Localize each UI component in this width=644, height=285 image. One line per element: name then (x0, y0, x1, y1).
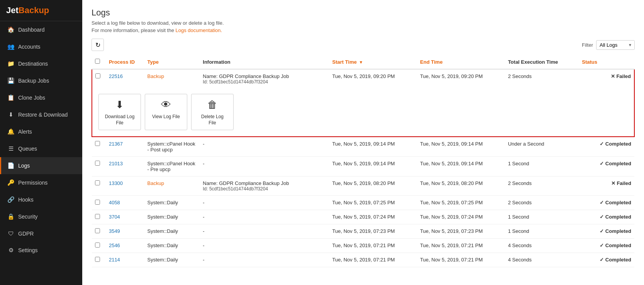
sidebar-item-hooks[interactable]: 🔗Hooks (0, 191, 82, 208)
table-row[interactable]: 22516 Backup Name: GDPR Compliance Backu… (92, 69, 634, 88)
row-start-time: Tue, Nov 5, 2019, 07:21 PM (329, 253, 417, 267)
row-status: ✓ Completed (579, 224, 634, 239)
nav-label-hooks: Hooks (18, 197, 34, 203)
table-row[interactable]: 2114 System::Daily - Tue, Nov 5, 2019, 0… (92, 253, 634, 267)
th-status[interactable]: Status (579, 55, 634, 69)
row-type: System::Daily (144, 239, 200, 253)
row-pid[interactable]: 22516 (106, 69, 144, 88)
row-checkbox[interactable] (95, 73, 100, 78)
row-end-time: Tue, Nov 5, 2019, 07:23 PM (417, 224, 505, 239)
row-checkbox[interactable] (95, 161, 100, 166)
sidebar-item-backup-jobs[interactable]: 💾Backup Jobs (0, 72, 82, 89)
content-area: Logs Select a log file below to download… (82, 0, 644, 285)
nav-icon-clone-jobs: 📋 (7, 94, 14, 101)
row-checkbox[interactable] (95, 214, 100, 219)
refresh-button[interactable]: ↻ (92, 39, 104, 51)
row-info-id: Id: 5cdf1bec51d14744db7f3204 (203, 186, 326, 192)
table-body: 22516 Backup Name: GDPR Compliance Backu… (92, 69, 634, 267)
row-checkbox[interactable] (95, 180, 100, 185)
nav-label-gdpr: GDPR (18, 231, 34, 237)
nav-icon-settings: ⚙ (7, 247, 14, 254)
table-row[interactable]: 4058 System::Daily - Tue, Nov 5, 2019, 0… (92, 196, 634, 210)
sidebar-item-clone-jobs[interactable]: 📋Clone Jobs (0, 89, 82, 106)
row-info-name: - (203, 243, 326, 248)
row-status: ✓ Completed (579, 196, 634, 210)
row-checkbox[interactable] (95, 141, 100, 146)
th-process-id[interactable]: Process ID (106, 55, 144, 69)
row-type: Backup (144, 69, 200, 88)
row-start-time: Tue, Nov 5, 2019, 07:25 PM (329, 196, 417, 210)
delete-log-btn[interactable]: 🗑Delete LogFile (191, 94, 234, 130)
row-checkbox[interactable] (95, 200, 100, 205)
row-pid[interactable]: 13300 (106, 176, 144, 196)
row-pid[interactable]: 21367 (106, 137, 144, 157)
nav-label-alerts: Alerts (18, 129, 32, 135)
row-exec-time: 4 Seconds (505, 253, 579, 267)
table-row[interactable]: 13300 Backup Name: GDPR Compliance Backu… (92, 176, 634, 196)
sidebar-item-settings[interactable]: ⚙Settings (0, 242, 82, 259)
filter-select[interactable]: All Logs Backup Restore Clone (596, 40, 635, 50)
sidebar-item-accounts[interactable]: 👥Accounts (0, 38, 82, 55)
row-pid[interactable]: 21013 (106, 157, 144, 176)
table-row[interactable]: 3549 System::Daily - Tue, Nov 5, 2019, 0… (92, 224, 634, 239)
row-exec-time: 1 Second (505, 224, 579, 239)
sidebar-item-dashboard[interactable]: 🏠Dashboard (0, 21, 82, 38)
row-exec-time: 1 Second (505, 210, 579, 224)
table-row[interactable]: 2546 System::Daily - Tue, Nov 5, 2019, 0… (92, 239, 634, 253)
th-information: Information (200, 55, 329, 69)
row-info: - (200, 196, 329, 210)
row-pid[interactable]: 2114 (106, 253, 144, 267)
row-pid[interactable]: 4058 (106, 196, 144, 210)
view-log-btn[interactable]: 👁View Log File (145, 94, 187, 130)
sidebar-item-gdpr[interactable]: 🛡GDPR (0, 225, 82, 242)
sidebar-item-destinations[interactable]: 📁Destinations (0, 55, 82, 72)
download-log-btn-label: Download LogFile (105, 114, 135, 126)
row-pid[interactable]: 3549 (106, 224, 144, 239)
sidebar-item-security[interactable]: 🔒Security (0, 208, 82, 225)
sidebar-item-logs[interactable]: 📄Logs (0, 157, 82, 174)
sidebar-item-queues[interactable]: ☰Queues (0, 140, 82, 157)
logs-doc-link[interactable]: Logs documentation. (175, 27, 222, 33)
nav-label-backup-jobs: Backup Jobs (18, 78, 49, 84)
row-checkbox[interactable] (95, 228, 100, 233)
download-log-btn[interactable]: ⬇Download LogFile (98, 94, 141, 130)
nav-label-queues: Queues (18, 146, 37, 152)
select-all-checkbox[interactable] (95, 59, 100, 64)
action-cell: ⬇Download LogFile👁View Log File🗑Delete L… (92, 88, 634, 137)
sidebar-item-permissions[interactable]: 🔑Permissions (0, 174, 82, 191)
row-exec-time: 4 Seconds (505, 239, 579, 253)
row-info: - (200, 224, 329, 239)
sidebar-item-alerts[interactable]: 🔔Alerts (0, 123, 82, 140)
row-checkbox[interactable] (95, 243, 100, 248)
table-row[interactable]: 21013 System::cPanel Hook - Pre upcp - T… (92, 157, 634, 176)
nav-icon-alerts: 🔔 (7, 128, 14, 135)
row-end-time: Tue, Nov 5, 2019, 09:14 PM (417, 157, 505, 176)
row-checkbox-cell (92, 210, 106, 224)
nav-icon-queues: ☰ (7, 145, 14, 152)
nav-icon-accounts: 👥 (7, 43, 14, 50)
filter-label: Filter (582, 42, 593, 48)
sidebar-item-restore-download[interactable]: ⬇Restore & Download (0, 106, 82, 123)
row-checkbox-cell (92, 157, 106, 176)
row-checkbox[interactable] (95, 257, 100, 262)
row-checkbox-cell (92, 239, 106, 253)
th-end-time[interactable]: End Time (417, 55, 505, 69)
row-info-id: Id: 5cdf1bec51d14744db7f3204 (203, 79, 326, 85)
th-start-time[interactable]: Start Time ▼ (329, 55, 417, 69)
table-row[interactable]: 21367 System::cPanel Hook - Post upcp - … (92, 137, 634, 157)
row-pid[interactable]: 3704 (106, 210, 144, 224)
nav-label-settings: Settings (18, 247, 38, 253)
th-type[interactable]: Type (144, 55, 200, 69)
row-end-time: Tue, Nov 5, 2019, 09:20 PM (417, 69, 505, 88)
row-info: - (200, 253, 329, 267)
table-row[interactable]: 3704 System::Daily - Tue, Nov 5, 2019, 0… (92, 210, 634, 224)
row-start-time: Tue, Nov 5, 2019, 09:14 PM (329, 137, 417, 157)
row-pid[interactable]: 2546 (106, 239, 144, 253)
th-checkbox (92, 55, 106, 69)
view-log-btn-icon: 👁 (161, 99, 171, 111)
row-info: - (200, 137, 329, 157)
row-checkbox-cell (92, 176, 106, 196)
row-info-name: - (203, 161, 326, 166)
row-type: System::Daily (144, 210, 200, 224)
nav-label-security: Security (18, 214, 38, 220)
